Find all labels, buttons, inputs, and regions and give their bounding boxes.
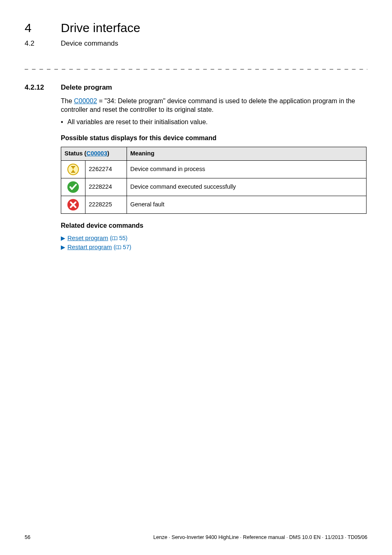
page-ref: ( 57) [114, 244, 131, 250]
page-footer: 56 Lenze · Servo-Inverter 9400 HighLine … [25, 534, 367, 541]
related-link-reset[interactable]: Reset program [67, 234, 108, 241]
status-meaning: General fault [127, 196, 367, 213]
section-title: Device commands [61, 39, 118, 49]
status-icon-cell [61, 196, 85, 213]
intro-text-after: = "34: Delete program" device command is… [61, 97, 355, 113]
cross-icon [67, 199, 79, 211]
svg-rect-1 [71, 166, 75, 167]
page: 4 Drive interface 4.2 Device commands _ … [0, 0, 392, 555]
chapter-header: 4 Drive interface [25, 20, 367, 37]
table-row: 2262274 Device command in process [61, 160, 367, 178]
chapter-number: 4 [25, 20, 61, 37]
related-heading: Related device commands [61, 221, 367, 230]
subsection-number: 4.2.12 [25, 83, 61, 92]
intro-bullets: All variables are reset to their initial… [61, 118, 367, 127]
status-meaning: Device command executed successfully [127, 178, 367, 196]
section-number: 4.2 [25, 39, 61, 49]
col-header-meaning: Meaning [127, 147, 367, 161]
page-number: 55 [119, 235, 126, 241]
status-code: 2262274 [85, 160, 127, 178]
table-header-row: Status (C00003) Meaning [61, 147, 367, 161]
arrow-icon: ▶ [61, 243, 65, 251]
related-item: ▶ Restart program ( 57) [61, 243, 367, 251]
status-code: 2228224 [85, 178, 127, 196]
code-link-c00003[interactable]: C00003 [86, 150, 107, 157]
related-list: ▶ Reset program ( 55) ▶ Restart program … [61, 234, 367, 252]
svg-point-0 [68, 164, 78, 175]
status-heading: Possible status displays for this device… [61, 134, 367, 143]
subsection-title: Delete program [61, 83, 112, 92]
section-header: 4.2 Device commands [25, 39, 367, 49]
divider-rule: _ _ _ _ _ _ _ _ _ _ _ _ _ _ _ _ _ _ _ _ … [25, 62, 367, 70]
svg-rect-2 [71, 172, 75, 173]
arrow-icon: ▶ [61, 234, 65, 242]
footer-page-number: 56 [25, 534, 49, 541]
subsection-header: 4.2.12 Delete program [25, 83, 367, 92]
status-code: 2228225 [85, 196, 127, 213]
footer-text: Lenze · Servo-Inverter 9400 HighLine · R… [49, 534, 367, 541]
table-row: 2228225 General fault [61, 196, 367, 213]
page-ref: ( 55) [110, 235, 127, 241]
status-icon-cell [61, 160, 85, 178]
page-number: 57 [123, 244, 129, 250]
intro-paragraph: The C00002 = "34: Delete program" device… [61, 97, 367, 114]
status-close: ) [107, 150, 109, 157]
related-link-restart[interactable]: Restart program [67, 243, 112, 250]
bullet-item: All variables are reset to their initial… [61, 118, 367, 127]
related-item: ▶ Reset program ( 55) [61, 234, 367, 242]
table-row: 2228224 Device command executed successf… [61, 178, 367, 196]
book-icon [115, 245, 121, 250]
body: The C00002 = "34: Delete program" device… [61, 97, 367, 252]
status-icon-cell [61, 178, 85, 196]
hourglass-icon [67, 163, 79, 176]
status-table: Status (C00003) Meaning 22622 [61, 147, 367, 214]
code-link-c00002[interactable]: C00002 [74, 97, 97, 104]
col-header-status: Status (C00003) [61, 147, 127, 161]
chapter-title: Drive interface [61, 20, 140, 37]
status-meaning: Device command in process [127, 160, 367, 178]
book-icon [112, 236, 118, 241]
intro-text-before: The [61, 97, 74, 104]
status-label: Status ( [65, 150, 86, 157]
check-icon [67, 181, 79, 193]
